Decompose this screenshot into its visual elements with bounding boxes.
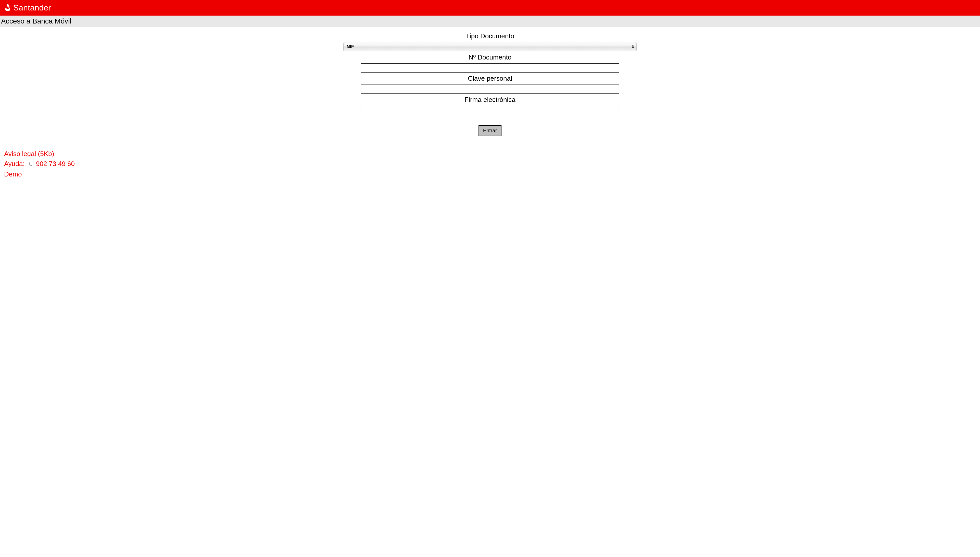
document-type-label: Tipo Documento <box>0 32 980 40</box>
personal-key-group: Clave personal <box>0 75 980 94</box>
brand-name: Santander <box>13 3 51 13</box>
document-number-label: Nº Documento <box>0 54 980 61</box>
submit-section: Entrar <box>0 125 980 136</box>
phone-number: 902 73 49 60 <box>36 160 75 168</box>
page-title-bar: Acceso a Banca Móvil <box>0 16 980 27</box>
document-type-select-wrapper: NIF <box>343 42 637 51</box>
document-type-group: Tipo Documento NIF <box>0 32 980 51</box>
help-row: Ayuda: 902 73 49 60 <box>4 159 976 169</box>
document-number-group: Nº Documento <box>0 54 980 73</box>
electronic-signature-group: Firma electrónica <box>0 96 980 115</box>
personal-key-label: Clave personal <box>0 75 980 83</box>
document-type-select[interactable]: NIF <box>343 42 637 51</box>
help-label: Ayuda: <box>4 160 24 168</box>
submit-button[interactable]: Entrar <box>479 125 501 136</box>
legal-notice-row: Aviso legal (5Kb) <box>4 149 976 159</box>
document-number-input[interactable] <box>361 64 619 73</box>
login-form: Tipo Documento NIF Nº Documento Clave pe… <box>0 27 980 144</box>
legal-notice-link[interactable]: Aviso legal (5Kb) <box>4 150 54 158</box>
page-title: Acceso a Banca Móvil <box>1 17 979 25</box>
electronic-signature-label: Firma electrónica <box>0 96 980 104</box>
header: Santander <box>0 0 980 16</box>
footer-links: Aviso legal (5Kb) Ayuda: 902 73 49 60 De… <box>0 144 980 182</box>
demo-row: Demo <box>4 169 976 179</box>
flame-icon <box>4 3 11 13</box>
logo: Santander <box>4 3 51 13</box>
demo-link[interactable]: Demo <box>4 170 22 178</box>
phone-icon <box>28 160 32 169</box>
electronic-signature-input[interactable] <box>361 106 619 115</box>
personal-key-input[interactable] <box>361 85 619 94</box>
